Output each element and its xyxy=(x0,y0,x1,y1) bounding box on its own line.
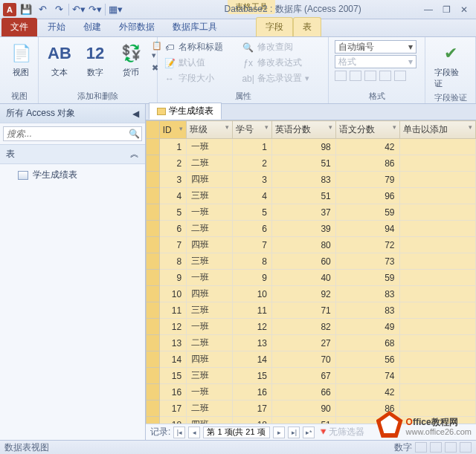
table-cell[interactable]: 1 xyxy=(233,139,272,155)
table-cell[interactable]: 3 xyxy=(159,172,186,188)
column-header[interactable]: 学号▾ xyxy=(233,121,272,139)
column-header[interactable]: 班级▾ xyxy=(187,121,233,139)
table-cell[interactable]: 37 xyxy=(271,204,335,221)
table-row[interactable]: 3四班38379 xyxy=(147,172,476,188)
select-all-cell[interactable] xyxy=(147,121,160,139)
table-cell[interactable]: 18 xyxy=(233,417,272,424)
add-field-cell[interactable] xyxy=(399,351,475,368)
table-cell[interactable]: 98 xyxy=(271,139,335,155)
add-field-cell[interactable] xyxy=(399,204,475,221)
table-row[interactable]: 2二班25186 xyxy=(147,155,476,172)
tab-home[interactable]: 开始 xyxy=(39,18,74,36)
table-cell[interactable]: 51 xyxy=(271,188,335,204)
table-cell[interactable]: 一班 xyxy=(187,384,233,401)
table-cell[interactable]: 16 xyxy=(233,384,272,401)
table-cell[interactable]: 13 xyxy=(159,335,186,351)
datatype-combo[interactable]: 自动编号▾ xyxy=(335,40,416,53)
table-cell[interactable]: 10 xyxy=(233,286,272,302)
table-cell[interactable]: 27 xyxy=(271,335,335,351)
undo-dropdown-icon[interactable]: ↶▾ xyxy=(72,3,86,16)
data-grid[interactable]: ID▾班级▾学号▾英语分数▾语文分数▾单击以添加▾ 1一班198422二班251… xyxy=(146,120,476,424)
nav-item-table[interactable]: 学生成绩表 xyxy=(0,164,145,186)
search-icon[interactable]: 🔍 xyxy=(126,127,141,140)
table-cell[interactable]: 二班 xyxy=(187,221,233,237)
add-field-cell[interactable] xyxy=(399,302,475,319)
prev-record-button[interactable]: ◂ xyxy=(188,427,200,438)
chevron-left-icon[interactable]: ◀ xyxy=(132,108,139,119)
table-cell[interactable]: 9 xyxy=(159,270,186,286)
next-record-button[interactable]: ▸ xyxy=(273,427,285,438)
table-row[interactable]: 6二班63994 xyxy=(147,221,476,237)
column-header[interactable]: 英语分数▾ xyxy=(271,121,335,139)
column-header[interactable]: 语文分数▾ xyxy=(335,121,399,139)
table-cell[interactable]: 14 xyxy=(159,351,186,368)
add-field-cell[interactable] xyxy=(399,155,475,172)
table-cell[interactable]: 70 xyxy=(271,351,335,368)
view-button[interactable]: 📄 视图 xyxy=(6,40,36,80)
add-field-cell[interactable] xyxy=(399,319,475,335)
table-cell[interactable]: 2 xyxy=(233,155,272,172)
table-cell[interactable]: 66 xyxy=(271,384,335,401)
table-cell[interactable]: 56 xyxy=(335,351,399,368)
table-cell[interactable]: 7 xyxy=(233,237,272,253)
table-cell[interactable]: 42 xyxy=(335,384,399,401)
table-cell[interactable]: 13 xyxy=(233,335,272,351)
column-header[interactable]: ID▾ xyxy=(159,121,186,139)
table-row[interactable]: 15三班156774 xyxy=(147,368,476,384)
record-position-input[interactable] xyxy=(203,427,270,438)
table-cell[interactable]: 17 xyxy=(233,401,272,417)
table-row[interactable]: 9一班94059 xyxy=(147,270,476,286)
table-cell[interactable]: 三班 xyxy=(187,368,233,384)
table-icon[interactable]: ▦▾ xyxy=(109,3,122,16)
datasheet-view-button[interactable] xyxy=(415,442,427,453)
table-cell[interactable]: 8 xyxy=(233,253,272,270)
table-cell[interactable]: 72 xyxy=(335,237,399,253)
table-cell[interactable]: 73 xyxy=(335,253,399,270)
add-field-cell[interactable] xyxy=(399,221,475,237)
table-cell[interactable]: 96 xyxy=(335,188,399,204)
tab-dbtools[interactable]: 数据库工具 xyxy=(164,18,226,36)
table-cell[interactable]: 67 xyxy=(271,368,335,384)
table-cell[interactable]: 四班 xyxy=(187,286,233,302)
other-view-button[interactable] xyxy=(445,442,457,453)
table-cell[interactable]: 5 xyxy=(233,204,272,221)
table-cell[interactable]: 60 xyxy=(271,253,335,270)
search-input[interactable] xyxy=(4,127,126,140)
table-row[interactable]: 16一班166642 xyxy=(147,384,476,401)
table-cell[interactable]: 2 xyxy=(159,155,186,172)
table-cell[interactable]: 二班 xyxy=(187,335,233,351)
name-title-button[interactable]: 🏷名称和标题 xyxy=(164,40,237,54)
table-cell[interactable]: 8 xyxy=(159,253,186,270)
add-field-cell[interactable] xyxy=(399,188,475,204)
nav-header[interactable]: 所有 Access 对象 ◀ xyxy=(0,104,145,123)
table-cell[interactable]: 10 xyxy=(159,286,186,302)
table-cell[interactable]: 1 xyxy=(159,139,186,155)
currency-button[interactable]: 💱 货币 xyxy=(116,40,146,80)
table-cell[interactable]: 86 xyxy=(335,155,399,172)
table-cell[interactable]: 92 xyxy=(271,286,335,302)
table-cell[interactable]: 9 xyxy=(233,270,272,286)
table-cell[interactable]: 一班 xyxy=(187,139,233,155)
table-cell[interactable]: 59 xyxy=(335,270,399,286)
table-cell[interactable]: 6 xyxy=(233,221,272,237)
table-cell[interactable]: 16 xyxy=(159,384,186,401)
table-cell[interactable]: 7 xyxy=(159,237,186,253)
add-field-cell[interactable] xyxy=(399,237,475,253)
table-cell[interactable]: 94 xyxy=(335,221,399,237)
table-cell[interactable]: 49 xyxy=(335,319,399,335)
table-cell[interactable]: 11 xyxy=(233,302,272,319)
minimize-button[interactable]: — xyxy=(421,4,436,15)
table-cell[interactable]: 12 xyxy=(233,319,272,335)
table-row[interactable]: 11三班117183 xyxy=(147,302,476,319)
restore-button[interactable]: ❐ xyxy=(439,4,454,15)
nav-group-tables[interactable]: 表 ︽ xyxy=(0,144,145,164)
add-field-cell[interactable] xyxy=(399,384,475,401)
validate-button[interactable]: ✔ 字段验证 xyxy=(431,40,469,91)
table-row[interactable]: 8三班86073 xyxy=(147,253,476,270)
add-field-cell[interactable] xyxy=(399,335,475,351)
add-field-cell[interactable] xyxy=(399,139,475,155)
tab-file[interactable]: 文件 xyxy=(1,18,37,36)
table-row[interactable]: 10四班109283 xyxy=(147,286,476,302)
add-field-cell[interactable] xyxy=(399,286,475,302)
table-row[interactable]: 1一班19842 xyxy=(147,139,476,155)
